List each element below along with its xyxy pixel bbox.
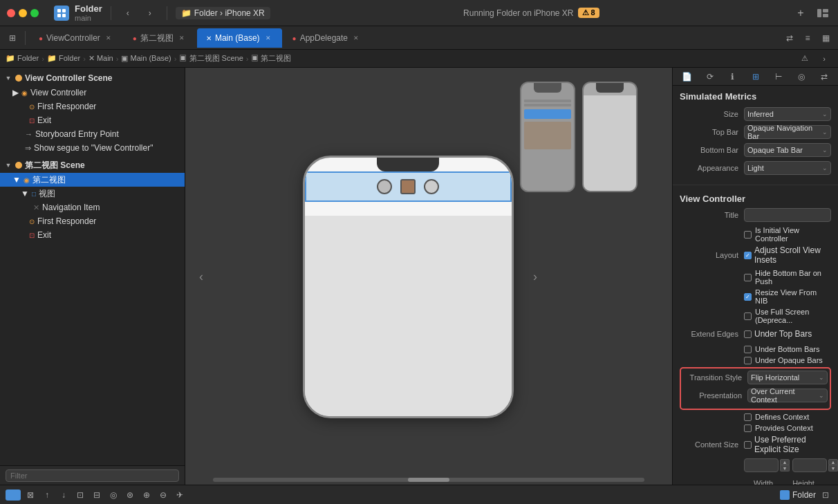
tab-view2-close[interactable]: ✕ <box>177 33 187 43</box>
close-button[interactable] <box>7 9 15 17</box>
under-top-bars-chk[interactable] <box>744 330 752 338</box>
inspector-link-icon[interactable]: ⇄ <box>816 68 832 85</box>
canvas[interactable]: ‹ <box>185 68 672 485</box>
tab-appdelegate[interactable]: ● AppDelegate ✕ <box>283 28 370 48</box>
height-input[interactable]: 725 <box>792 458 827 472</box>
list-view-button[interactable]: ≡ <box>799 30 816 46</box>
nav-arrow-right[interactable]: › <box>533 269 537 283</box>
tab-main-close[interactable]: ✕ <box>263 33 273 43</box>
hide-bottom-checkbox[interactable] <box>744 274 752 281</box>
sidebar-item-view[interactable]: ▼ □ 视图 <box>0 187 185 200</box>
transition-select[interactable]: Flip Horizontal ⌄ <box>747 371 828 384</box>
defines-context-chk[interactable] <box>744 413 752 421</box>
app-bt-icon11[interactable]: ✈ <box>173 488 187 502</box>
resize-nib-checkbox[interactable] <box>744 293 752 301</box>
minimize-button[interactable] <box>19 9 27 17</box>
bc-main[interactable]: ✕ Main <box>89 54 113 63</box>
presentation-select[interactable]: Over Current Context ⌄ <box>747 389 828 402</box>
app-bt-icon5[interactable]: ⊡ <box>73 488 87 502</box>
under-bottom-label: Under Bottom Bars <box>755 345 820 353</box>
section-view2-scene[interactable]: ▼ 第二视图 Scene <box>0 158 185 173</box>
tab-vc-close[interactable]: ✕ <box>104 33 113 43</box>
sidebar-item-exit1[interactable]: ⊡ Exit <box>0 113 185 127</box>
topbar-select[interactable]: Opaque Navigation Bar ⌄ <box>744 125 831 139</box>
section-vc-scene[interactable]: ▼ View Controller Scene <box>0 71 185 86</box>
sidebar-item-exit2[interactable]: ⊡ Exit <box>0 228 185 242</box>
initial-vc-checkbox[interactable] <box>744 231 752 239</box>
bottombar-select[interactable]: Opaque Tab Bar ⌄ <box>744 143 831 157</box>
layout-toggle-button[interactable] <box>814 5 831 21</box>
view-disclosure[interactable]: ▼ <box>21 189 29 198</box>
layout-control: Adjust Scroll View Insets <box>744 245 831 265</box>
use-pref-explicit-chk[interactable] <box>744 441 752 449</box>
scheme-selector[interactable]: ⊞ <box>4 30 21 46</box>
sidebar-item-nav-item[interactable]: ✕ Navigation Item <box>0 200 185 214</box>
nav-forward-button[interactable]: › <box>142 5 158 21</box>
view2-vc-disclosure[interactable]: ▼ <box>12 175 21 185</box>
vc-disclosure[interactable]: ▶ <box>12 88 19 97</box>
tab-main[interactable]: ✕ Main (Base) ✕ <box>197 28 282 48</box>
bc-nav-right[interactable]: › <box>816 50 832 67</box>
under-bottom-chk[interactable] <box>744 346 752 353</box>
full-screen-checkbox[interactable] <box>744 312 752 320</box>
filter-input[interactable] <box>6 469 179 482</box>
sidebar-item-vc[interactable]: ▶ ◉ View Controller <box>0 86 185 100</box>
inspector-attr-icon[interactable]: ⊞ <box>747 68 764 85</box>
width-input[interactable]: 414 <box>744 458 779 472</box>
app-bt-icon2[interactable]: ⊠ <box>24 488 37 502</box>
under-opaque-chk[interactable] <box>744 357 752 364</box>
minimap-button[interactable]: ▦ <box>817 30 834 46</box>
inspector-info-icon[interactable]: ℹ <box>725 68 741 85</box>
sidebar-item-first-responder2[interactable]: ⊙ First Responder <box>0 214 185 228</box>
device-badge[interactable]: 📁 Folder › iPhone XR <box>176 7 270 19</box>
app-bt-icon-right[interactable]: ⊡ <box>819 488 832 502</box>
height-stepper-down[interactable]: ▼ <box>828 465 838 472</box>
size-select[interactable]: Inferred ⌄ <box>744 107 831 121</box>
sidebar-item-first-responder1[interactable]: ⊙ First Responder <box>0 100 185 113</box>
tab-view2[interactable]: ● 第二视图 ✕ <box>124 28 196 48</box>
source-control-button[interactable]: ⇄ <box>781 30 798 46</box>
app-bt-icon6[interactable]: ⊟ <box>90 488 104 502</box>
appearance-select[interactable]: Light ⌄ <box>744 161 831 175</box>
app-bt-icon8[interactable]: ⊛ <box>123 488 137 502</box>
bc-folder2[interactable]: 📁 Folder <box>47 54 80 63</box>
width-stepper-up[interactable]: ▲ <box>780 459 790 465</box>
bc-view2[interactable]: ▣ 第二视图 <box>251 53 291 64</box>
disclosure-vc[interactable]: ▼ <box>4 74 12 82</box>
sidebar-item-view2-vc[interactable]: ▼ ◉ 第二视图 <box>0 173 185 187</box>
title-input[interactable] <box>744 208 831 222</box>
inspector-size-icon[interactable]: ⊢ <box>770 68 787 85</box>
sidebar-item-storyboard-entry[interactable]: → Storyboard Entry Point <box>0 127 185 141</box>
app-bt-icon10[interactable]: ⊖ <box>156 488 170 502</box>
inspector-connect-icon[interactable]: ◎ <box>793 68 810 85</box>
app-bt-icon1[interactable] <box>6 489 21 501</box>
width-stepper-down[interactable]: ▼ <box>780 465 790 472</box>
inspector-file-icon[interactable]: 📄 <box>679 68 696 85</box>
disclosure-view2[interactable]: ▼ <box>4 161 12 169</box>
sidebar-item-show-segue[interactable]: ⇒ Show segue to "View Controller" <box>0 141 185 155</box>
inspector-history-icon[interactable]: ⟳ <box>702 68 718 85</box>
app-bt-icon9[interactable]: ⊕ <box>140 488 153 502</box>
maximize-button[interactable] <box>30 9 39 17</box>
app-bt-icon7[interactable]: ◎ <box>106 488 120 502</box>
app-bt-icon3[interactable]: ↑ <box>40 488 54 502</box>
width-stepper[interactable]: ▲ ▼ <box>780 459 790 472</box>
adjust-scroll-chk[interactable] <box>744 252 752 259</box>
height-stepper[interactable]: ▲ ▼ <box>828 459 838 472</box>
tab-appdelegate-close[interactable]: ✕ <box>351 33 361 43</box>
bc-mainbase[interactable]: ▣ Main (Base) <box>121 54 171 63</box>
traffic-lights[interactable] <box>7 9 39 17</box>
warning-nav-button[interactable]: ⚠ <box>797 50 813 67</box>
bc-folder1[interactable]: 📁 Folder <box>6 54 39 63</box>
segue-icon: ⇒ <box>25 144 31 153</box>
nav-arrow-left[interactable]: ‹ <box>199 269 203 283</box>
add-button[interactable]: + <box>792 5 809 21</box>
adjust-scroll-checkbox[interactable] <box>744 252 752 259</box>
app-bt-icon4[interactable]: ↓ <box>57 488 71 502</box>
tab-viewcontroller[interactable]: ● ViewController ✕ <box>30 28 122 48</box>
nav-back-button[interactable]: ‹ <box>120 5 136 21</box>
scrollbar-horizontal[interactable] <box>213 478 644 482</box>
provides-context-chk[interactable] <box>744 424 752 432</box>
bc-scene[interactable]: ▣ 第二视图 Scene <box>179 53 243 64</box>
height-stepper-up[interactable]: ▲ <box>828 459 838 465</box>
